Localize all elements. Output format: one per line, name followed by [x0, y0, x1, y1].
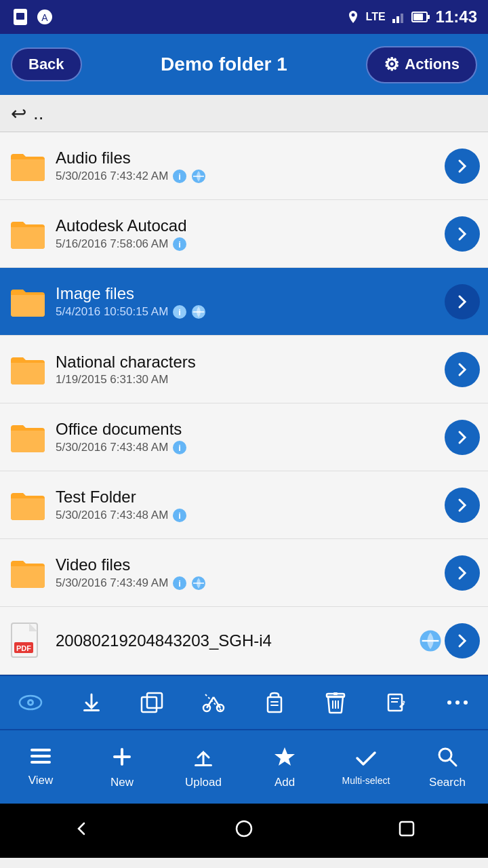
delete-button[interactable]	[308, 679, 363, 726]
cut-button[interactable]	[186, 679, 241, 726]
file-info: Video files 5/30/2016 7:43:49 AM i	[56, 555, 439, 591]
navigate-button[interactable]	[445, 352, 480, 387]
lte-badge: LTE	[366, 11, 386, 23]
file-meta: 1/19/2015 6:31:30 AM	[56, 373, 439, 387]
list-item[interactable]: Office documents 5/30/2016 7:43:48 AM i	[0, 403, 488, 471]
svg-rect-63	[113, 755, 131, 758]
svg-text:i: i	[179, 239, 182, 250]
actions-button[interactable]: ⚙ Actions	[366, 46, 477, 83]
android-icon: A	[35, 7, 54, 26]
file-meta: 5/16/2016 7:58:06 AM i	[56, 237, 439, 252]
info-icon: i	[172, 508, 187, 523]
page-title: Demo folder 1	[161, 54, 287, 75]
globe-icon	[191, 169, 206, 184]
list-item[interactable]: National characters 1/19/2015 6:31:30 AM	[0, 336, 488, 403]
status-bar-left: A	[11, 7, 54, 26]
add-nav-item[interactable]: Add	[251, 733, 319, 801]
parent-dir[interactable]: ..	[33, 102, 44, 124]
folder-icon	[8, 283, 46, 321]
file-info: National characters 1/19/2015 6:31:30 AM	[56, 353, 439, 387]
svg-point-68	[237, 821, 251, 836]
svg-rect-61	[30, 761, 51, 764]
file-name: Office documents	[56, 420, 439, 439]
navigate-button[interactable]	[445, 623, 480, 658]
list-item[interactable]: Video files 5/30/2016 7:43:49 AM i	[0, 539, 488, 607]
svg-rect-60	[30, 755, 51, 757]
edit-button[interactable]	[369, 679, 424, 726]
list-item[interactable]: Image files 5/4/2016 10:50:15 AM i	[0, 268, 488, 336]
navigate-button[interactable]	[445, 149, 480, 184]
navigate-button[interactable]	[445, 216, 480, 252]
upload-icon	[192, 745, 215, 773]
checkmark-icon	[354, 749, 378, 772]
list-item[interactable]: Test Folder 5/30/2016 7:43:48 AM i	[0, 471, 488, 539]
multiselect-label: Multi-select	[342, 775, 390, 786]
list-icon	[29, 747, 52, 771]
paste-button[interactable]	[247, 679, 302, 726]
list-item-partial[interactable]: PDF 20080219204843203_SGH-i4	[0, 607, 488, 675]
back-phone-button[interactable]	[52, 812, 111, 850]
svg-marker-65	[274, 747, 295, 766]
svg-point-4	[351, 14, 354, 17]
file-list: Audio files 5/30/2016 7:43:42 AM i Autod…	[0, 132, 488, 675]
search-icon	[436, 745, 459, 773]
folder-icon	[8, 486, 46, 524]
pdf-icon: PDF	[8, 622, 46, 660]
info-icon: i	[172, 169, 187, 184]
new-icon	[110, 745, 134, 773]
toolbar	[0, 675, 488, 729]
file-info: Autodesk Autocad 5/16/2016 7:58:06 AM i	[56, 216, 439, 252]
signal-icon	[391, 9, 406, 24]
star-icon	[273, 745, 296, 773]
svg-rect-6	[396, 16, 399, 23]
file-info: Office documents 5/30/2016 7:43:48 AM i	[56, 420, 439, 455]
navigate-button[interactable]	[445, 420, 480, 455]
file-meta: 5/4/2016 10:50:15 AM i	[56, 304, 439, 319]
view-toggle-button[interactable]	[3, 679, 58, 726]
view-nav-item[interactable]: View	[7, 733, 75, 801]
recent-phone-button[interactable]	[377, 812, 436, 850]
svg-text:i: i	[179, 307, 182, 317]
copy-button[interactable]	[125, 679, 180, 726]
svg-line-67	[450, 760, 456, 766]
globe-icon	[191, 304, 206, 319]
folder-icon	[8, 554, 46, 592]
list-item[interactable]: Autodesk Autocad 5/16/2016 7:58:06 AM i	[0, 200, 488, 268]
download-button[interactable]	[64, 679, 119, 726]
more-button[interactable]	[430, 679, 485, 726]
new-nav-item[interactable]: New	[88, 733, 156, 801]
folder-icon	[8, 351, 46, 389]
svg-rect-37	[83, 709, 100, 711]
navigate-button[interactable]	[445, 555, 480, 591]
home-phone-button[interactable]	[214, 812, 274, 850]
svg-rect-59	[30, 749, 51, 751]
file-meta: 5/30/2016 7:43:48 AM i	[56, 440, 439, 455]
sim-icon	[11, 7, 30, 26]
svg-text:i: i	[179, 172, 182, 182]
phone-nav	[0, 804, 488, 858]
battery-icon	[411, 9, 430, 24]
search-label: Search	[429, 776, 466, 789]
navigate-button[interactable]	[445, 488, 480, 523]
svg-rect-64	[195, 764, 212, 766]
svg-text:i: i	[179, 443, 182, 453]
svg-rect-69	[400, 822, 413, 835]
svg-rect-38	[142, 697, 157, 712]
header: Back Demo folder 1 ⚙ Actions	[0, 34, 488, 95]
multiselect-nav-item[interactable]: Multi-select	[332, 733, 400, 801]
back-arrow-icon[interactable]: ↩	[11, 102, 26, 125]
location-icon	[346, 9, 361, 24]
file-name: Autodesk Autocad	[56, 216, 439, 235]
navigate-button[interactable]	[445, 284, 480, 319]
svg-text:i: i	[179, 511, 182, 521]
file-info: Audio files 5/30/2016 7:43:42 AM i	[56, 149, 439, 184]
search-nav-item[interactable]: Search	[413, 733, 481, 801]
add-label: Add	[274, 776, 295, 789]
svg-text:i: i	[179, 578, 182, 589]
folder-icon	[8, 147, 46, 185]
svg-rect-10	[413, 14, 423, 20]
info-icon: i	[172, 304, 187, 319]
list-item[interactable]: Audio files 5/30/2016 7:43:42 AM i	[0, 132, 488, 200]
upload-nav-item[interactable]: Upload	[169, 733, 237, 801]
back-button[interactable]: Back	[11, 47, 82, 81]
